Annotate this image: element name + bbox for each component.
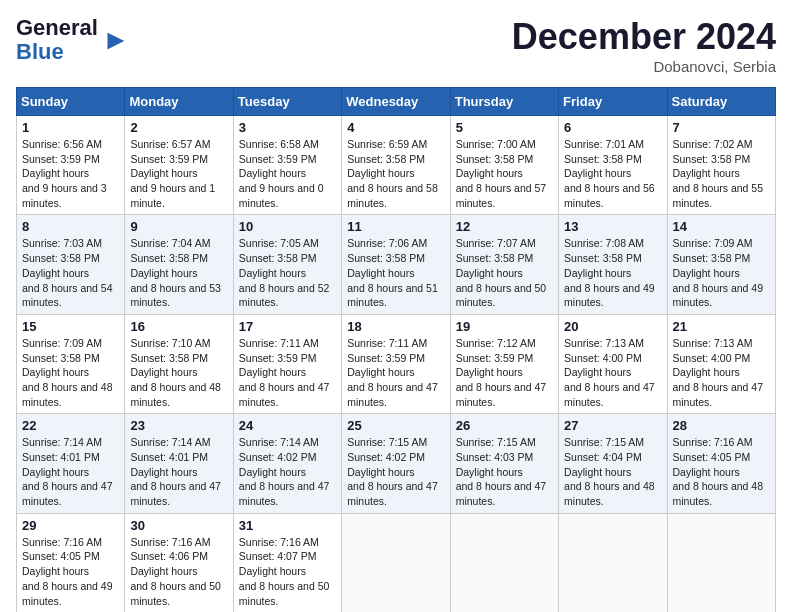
day-number: 13: [564, 219, 661, 234]
day-info: Sunrise: 7:02 AM Sunset: 3:58 PM Dayligh…: [673, 137, 770, 210]
day-info: Sunrise: 7:04 AM Sunset: 3:58 PM Dayligh…: [130, 236, 227, 309]
calendar-cell: 27 Sunrise: 7:15 AM Sunset: 4:04 PM Dayl…: [559, 414, 667, 513]
calendar-cell: 13 Sunrise: 7:08 AM Sunset: 3:58 PM Dayl…: [559, 215, 667, 314]
day-number: 24: [239, 418, 336, 433]
day-number: 16: [130, 319, 227, 334]
day-number: 28: [673, 418, 770, 433]
day-number: 26: [456, 418, 553, 433]
calendar-cell: 15 Sunrise: 7:09 AM Sunset: 3:58 PM Dayl…: [17, 314, 125, 413]
calendar-cell: 3 Sunrise: 6:58 AM Sunset: 3:59 PM Dayli…: [233, 116, 341, 215]
day-info: Sunrise: 7:09 AM Sunset: 3:58 PM Dayligh…: [673, 236, 770, 309]
calendar-cell: 8 Sunrise: 7:03 AM Sunset: 3:58 PM Dayli…: [17, 215, 125, 314]
day-info: Sunrise: 7:01 AM Sunset: 3:58 PM Dayligh…: [564, 137, 661, 210]
day-number: 29: [22, 518, 119, 533]
calendar-cell: 19 Sunrise: 7:12 AM Sunset: 3:59 PM Dayl…: [450, 314, 558, 413]
day-info: Sunrise: 7:11 AM Sunset: 3:59 PM Dayligh…: [239, 336, 336, 409]
day-info: Sunrise: 6:57 AM Sunset: 3:59 PM Dayligh…: [130, 137, 227, 210]
calendar-cell: 9 Sunrise: 7:04 AM Sunset: 3:58 PM Dayli…: [125, 215, 233, 314]
day-info: Sunrise: 7:13 AM Sunset: 4:00 PM Dayligh…: [564, 336, 661, 409]
day-number: 5: [456, 120, 553, 135]
day-number: 22: [22, 418, 119, 433]
day-info: Sunrise: 7:15 AM Sunset: 4:02 PM Dayligh…: [347, 435, 444, 508]
title-block: December 2024 Dobanovci, Serbia: [512, 16, 776, 75]
logo: General Blue ►: [16, 16, 130, 64]
day-number: 15: [22, 319, 119, 334]
calendar-cell: 23 Sunrise: 7:14 AM Sunset: 4:01 PM Dayl…: [125, 414, 233, 513]
calendar-table: SundayMondayTuesdayWednesdayThursdayFrid…: [16, 87, 776, 612]
weekday-header-thursday: Thursday: [450, 88, 558, 116]
day-number: 27: [564, 418, 661, 433]
month-title: December 2024: [512, 16, 776, 58]
calendar-cell: 21 Sunrise: 7:13 AM Sunset: 4:00 PM Dayl…: [667, 314, 775, 413]
day-info: Sunrise: 7:00 AM Sunset: 3:58 PM Dayligh…: [456, 137, 553, 210]
calendar-cell: 6 Sunrise: 7:01 AM Sunset: 3:58 PM Dayli…: [559, 116, 667, 215]
calendar-cell: 16 Sunrise: 7:10 AM Sunset: 3:58 PM Dayl…: [125, 314, 233, 413]
logo-text2: Blue: [16, 39, 64, 64]
calendar-cell: 5 Sunrise: 7:00 AM Sunset: 3:58 PM Dayli…: [450, 116, 558, 215]
day-info: Sunrise: 7:14 AM Sunset: 4:01 PM Dayligh…: [22, 435, 119, 508]
day-info: Sunrise: 7:06 AM Sunset: 3:58 PM Dayligh…: [347, 236, 444, 309]
day-number: 25: [347, 418, 444, 433]
weekday-header-sunday: Sunday: [17, 88, 125, 116]
day-info: Sunrise: 7:03 AM Sunset: 3:58 PM Dayligh…: [22, 236, 119, 309]
location: Dobanovci, Serbia: [512, 58, 776, 75]
page-header: General Blue ► December 2024 Dobanovci, …: [16, 16, 776, 75]
day-number: 6: [564, 120, 661, 135]
day-number: 10: [239, 219, 336, 234]
day-number: 12: [456, 219, 553, 234]
day-info: Sunrise: 6:58 AM Sunset: 3:59 PM Dayligh…: [239, 137, 336, 210]
day-number: 11: [347, 219, 444, 234]
day-info: Sunrise: 6:56 AM Sunset: 3:59 PM Dayligh…: [22, 137, 119, 210]
day-number: 20: [564, 319, 661, 334]
calendar-cell: 26 Sunrise: 7:15 AM Sunset: 4:03 PM Dayl…: [450, 414, 558, 513]
calendar-cell: 25 Sunrise: 7:15 AM Sunset: 4:02 PM Dayl…: [342, 414, 450, 513]
day-number: 2: [130, 120, 227, 135]
day-info: Sunrise: 7:16 AM Sunset: 4:05 PM Dayligh…: [673, 435, 770, 508]
weekday-header-saturday: Saturday: [667, 88, 775, 116]
calendar-cell: 7 Sunrise: 7:02 AM Sunset: 3:58 PM Dayli…: [667, 116, 775, 215]
calendar-cell: 1 Sunrise: 6:56 AM Sunset: 3:59 PM Dayli…: [17, 116, 125, 215]
calendar-cell: 17 Sunrise: 7:11 AM Sunset: 3:59 PM Dayl…: [233, 314, 341, 413]
calendar-cell: 22 Sunrise: 7:14 AM Sunset: 4:01 PM Dayl…: [17, 414, 125, 513]
day-number: 14: [673, 219, 770, 234]
day-info: Sunrise: 7:15 AM Sunset: 4:04 PM Dayligh…: [564, 435, 661, 508]
day-number: 3: [239, 120, 336, 135]
day-number: 7: [673, 120, 770, 135]
day-info: Sunrise: 7:12 AM Sunset: 3:59 PM Dayligh…: [456, 336, 553, 409]
calendar-cell: 11 Sunrise: 7:06 AM Sunset: 3:58 PM Dayl…: [342, 215, 450, 314]
day-number: 31: [239, 518, 336, 533]
day-number: 23: [130, 418, 227, 433]
day-info: Sunrise: 6:59 AM Sunset: 3:58 PM Dayligh…: [347, 137, 444, 210]
calendar-cell: 14 Sunrise: 7:09 AM Sunset: 3:58 PM Dayl…: [667, 215, 775, 314]
calendar-cell: 4 Sunrise: 6:59 AM Sunset: 3:58 PM Dayli…: [342, 116, 450, 215]
day-info: Sunrise: 7:16 AM Sunset: 4:06 PM Dayligh…: [130, 535, 227, 608]
weekday-header-monday: Monday: [125, 88, 233, 116]
calendar-cell: [450, 513, 558, 612]
calendar-cell: [559, 513, 667, 612]
day-info: Sunrise: 7:13 AM Sunset: 4:00 PM Dayligh…: [673, 336, 770, 409]
day-number: 8: [22, 219, 119, 234]
day-info: Sunrise: 7:10 AM Sunset: 3:58 PM Dayligh…: [130, 336, 227, 409]
calendar-cell: 2 Sunrise: 6:57 AM Sunset: 3:59 PM Dayli…: [125, 116, 233, 215]
day-number: 18: [347, 319, 444, 334]
day-number: 1: [22, 120, 119, 135]
calendar-cell: 30 Sunrise: 7:16 AM Sunset: 4:06 PM Dayl…: [125, 513, 233, 612]
day-info: Sunrise: 7:07 AM Sunset: 3:58 PM Dayligh…: [456, 236, 553, 309]
day-info: Sunrise: 7:16 AM Sunset: 4:05 PM Dayligh…: [22, 535, 119, 608]
calendar-cell: 10 Sunrise: 7:05 AM Sunset: 3:58 PM Dayl…: [233, 215, 341, 314]
day-info: Sunrise: 7:09 AM Sunset: 3:58 PM Dayligh…: [22, 336, 119, 409]
calendar-cell: 24 Sunrise: 7:14 AM Sunset: 4:02 PM Dayl…: [233, 414, 341, 513]
day-info: Sunrise: 7:05 AM Sunset: 3:58 PM Dayligh…: [239, 236, 336, 309]
day-info: Sunrise: 7:11 AM Sunset: 3:59 PM Dayligh…: [347, 336, 444, 409]
day-number: 19: [456, 319, 553, 334]
day-number: 30: [130, 518, 227, 533]
day-info: Sunrise: 7:14 AM Sunset: 4:02 PM Dayligh…: [239, 435, 336, 508]
day-info: Sunrise: 7:08 AM Sunset: 3:58 PM Dayligh…: [564, 236, 661, 309]
calendar-cell: 20 Sunrise: 7:13 AM Sunset: 4:00 PM Dayl…: [559, 314, 667, 413]
day-info: Sunrise: 7:14 AM Sunset: 4:01 PM Dayligh…: [130, 435, 227, 508]
calendar-cell: 12 Sunrise: 7:07 AM Sunset: 3:58 PM Dayl…: [450, 215, 558, 314]
day-info: Sunrise: 7:15 AM Sunset: 4:03 PM Dayligh…: [456, 435, 553, 508]
weekday-header-friday: Friday: [559, 88, 667, 116]
calendar-cell: 29 Sunrise: 7:16 AM Sunset: 4:05 PM Dayl…: [17, 513, 125, 612]
day-number: 21: [673, 319, 770, 334]
